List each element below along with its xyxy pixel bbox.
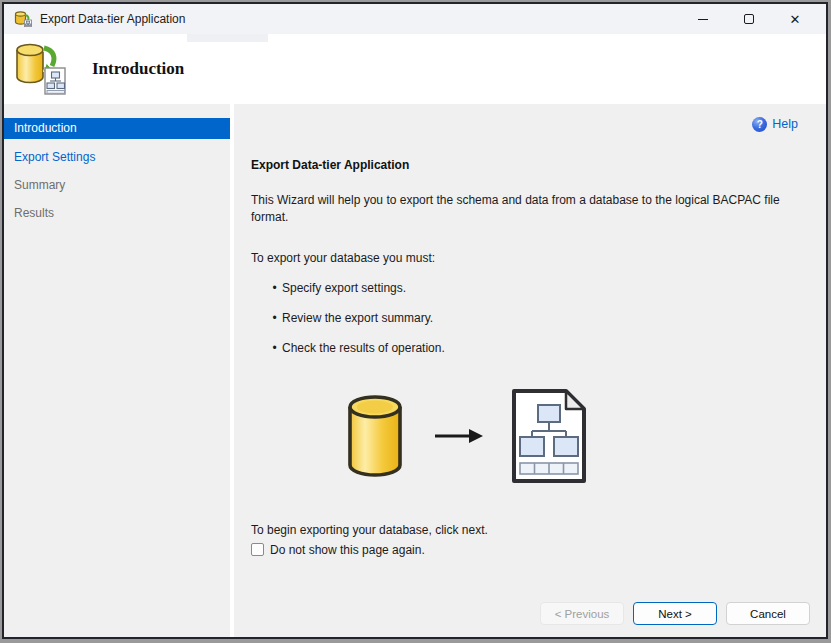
minimize-icon bbox=[698, 19, 708, 20]
sidebar-item-export-settings[interactable]: Export Settings bbox=[4, 147, 230, 167]
bullet-text: Check the results of operation. bbox=[282, 341, 445, 355]
help-link[interactable]: ? Help bbox=[251, 116, 798, 132]
content-panel: ? Help Export Data-tier Application This… bbox=[234, 104, 826, 637]
dont-show-again-row: Do not show this page again. bbox=[251, 543, 826, 557]
arrow-right-icon bbox=[434, 426, 484, 450]
help-label: Help bbox=[772, 117, 798, 131]
maximize-icon bbox=[744, 14, 754, 24]
cancel-button[interactable]: Cancel bbox=[726, 602, 810, 625]
list-item: • Specify export settings. bbox=[251, 281, 826, 295]
window-title: Export Data-tier Application bbox=[40, 12, 185, 26]
sidebar-item-introduction[interactable]: Introduction bbox=[4, 118, 230, 139]
help-icon: ? bbox=[752, 117, 767, 132]
content-heading: Export Data-tier Application bbox=[251, 158, 826, 172]
window-controls: ✕ bbox=[680, 4, 818, 34]
list-item: • Review the export summary. bbox=[251, 311, 826, 325]
page-title: Introduction bbox=[92, 59, 184, 79]
checkbox-label: Do not show this page again. bbox=[270, 543, 425, 557]
footer-note: To begin exporting your database, click … bbox=[251, 523, 826, 537]
previous-button: < Previous bbox=[540, 602, 624, 625]
bullet-icon: • bbox=[267, 341, 282, 355]
bullet-icon: • bbox=[267, 281, 282, 295]
maximize-button[interactable] bbox=[726, 4, 772, 34]
bullet-icon: • bbox=[267, 311, 282, 325]
close-icon: ✕ bbox=[790, 12, 801, 27]
app-database-export-icon bbox=[14, 11, 32, 27]
titlebar-tab-artifact bbox=[187, 34, 268, 42]
sidebar-item-summary: Summary bbox=[4, 175, 230, 195]
export-dac-wizard-icon bbox=[14, 41, 70, 97]
export-illustration bbox=[346, 387, 826, 489]
wizard-steps-sidebar: Introduction Export Settings Summary Res… bbox=[4, 104, 230, 637]
wizard-buttons: < Previous Next > Cancel bbox=[540, 602, 810, 625]
requirements-list: • Specify export settings. • Review the … bbox=[251, 281, 826, 355]
close-button[interactable]: ✕ bbox=[772, 4, 818, 34]
list-item: • Check the results of operation. bbox=[251, 341, 826, 355]
bullet-text: Specify export settings. bbox=[282, 281, 406, 295]
titlebar: Export Data-tier Application ✕ bbox=[4, 4, 826, 34]
requirements-label: To export your database you must: bbox=[251, 251, 826, 265]
wizard-header: Introduction bbox=[4, 34, 826, 104]
dont-show-again-checkbox[interactable] bbox=[251, 543, 264, 556]
bullet-text: Review the export summary. bbox=[282, 311, 433, 325]
intro-paragraph: This Wizard will help you to export the … bbox=[251, 192, 813, 227]
export-wizard-dialog: Export Data-tier Application ✕ bbox=[2, 2, 828, 639]
minimize-button[interactable] bbox=[680, 4, 726, 34]
sidebar-item-results: Results bbox=[4, 203, 230, 223]
next-button[interactable]: Next > bbox=[633, 602, 717, 625]
bacpac-document-icon bbox=[510, 387, 588, 489]
wizard-body: Introduction Export Settings Summary Res… bbox=[4, 104, 826, 637]
database-cylinder-icon bbox=[346, 394, 404, 482]
